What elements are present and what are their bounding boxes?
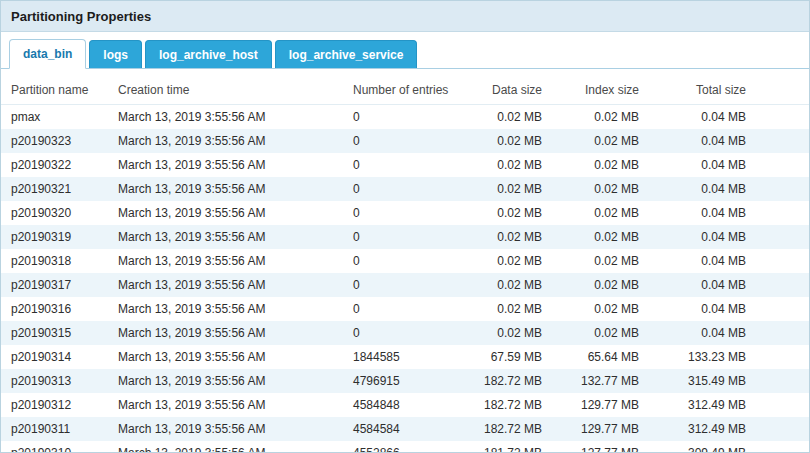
cell: 0.02 MB <box>457 249 542 273</box>
cell: 0 <box>345 321 457 345</box>
cell: 0 <box>345 105 457 130</box>
table-row[interactable]: p20190313March 13, 2019 3:55:56 AM479691… <box>1 369 809 393</box>
cell-spacer <box>746 321 809 345</box>
cell-spacer <box>746 177 809 201</box>
cell: 1844585 <box>345 345 457 369</box>
cell: 0 <box>345 297 457 321</box>
cell: 0.04 MB <box>639 153 746 177</box>
column-header-3[interactable]: Data size <box>457 75 542 105</box>
cell: 0.04 MB <box>639 225 746 249</box>
cell: 182.72 MB <box>457 369 542 393</box>
cell: 312.49 MB <box>639 417 746 441</box>
cell: 0.04 MB <box>639 129 746 153</box>
table-row[interactable]: p20190317March 13, 2019 3:55:56 AM00.02 … <box>1 273 809 297</box>
cell: 0 <box>345 129 457 153</box>
cell-spacer <box>746 201 809 225</box>
cell: 0.02 MB <box>542 273 639 297</box>
cell: 127.77 MB <box>542 441 639 453</box>
cell: p20190319 <box>1 225 118 249</box>
cell: 0.02 MB <box>542 297 639 321</box>
cell: 315.49 MB <box>639 369 746 393</box>
table-row[interactable]: p20190311March 13, 2019 3:55:56 AM458458… <box>1 417 809 441</box>
cell: 0.04 MB <box>639 201 746 225</box>
cell: 0.02 MB <box>457 153 542 177</box>
cell: 0.04 MB <box>639 177 746 201</box>
cell: 0 <box>345 153 457 177</box>
cell-spacer <box>746 153 809 177</box>
cell: 0.02 MB <box>457 129 542 153</box>
cell-spacer <box>746 393 809 417</box>
cell-spacer <box>746 273 809 297</box>
tab-data_bin[interactable]: data_bin <box>9 39 86 69</box>
table-body: pmaxMarch 13, 2019 3:55:56 AM00.02 MB0.0… <box>1 105 809 453</box>
tab-log_archive_service[interactable]: log_archive_service <box>275 40 418 68</box>
column-header-2[interactable]: Number of entries <box>345 75 457 105</box>
cell-spacer <box>746 345 809 369</box>
table-row[interactable]: p20190312March 13, 2019 3:55:56 AM458484… <box>1 393 809 417</box>
cell: 0.04 MB <box>639 249 746 273</box>
column-header-5[interactable]: Total size <box>639 75 746 105</box>
column-header-4[interactable]: Index size <box>542 75 639 105</box>
cell: 0.02 MB <box>542 129 639 153</box>
cell: p20190317 <box>1 273 118 297</box>
cell: p20190323 <box>1 129 118 153</box>
table-row[interactable]: p20190322March 13, 2019 3:55:56 AM00.02 … <box>1 153 809 177</box>
cell: March 13, 2019 3:55:56 AM <box>118 441 345 453</box>
cell: 0 <box>345 177 457 201</box>
column-header-spacer <box>746 75 809 105</box>
cell: 65.64 MB <box>542 345 639 369</box>
cell: 0.02 MB <box>457 177 542 201</box>
cell: 0.02 MB <box>457 297 542 321</box>
cell: 132.77 MB <box>542 369 639 393</box>
cell: p20190311 <box>1 417 118 441</box>
table-row[interactable]: pmaxMarch 13, 2019 3:55:56 AM00.02 MB0.0… <box>1 105 809 130</box>
partitions-table: Partition nameCreation timeNumber of ent… <box>1 75 809 453</box>
table-row[interactable]: p20190319March 13, 2019 3:55:56 AM00.02 … <box>1 225 809 249</box>
cell-spacer <box>746 369 809 393</box>
column-header-0[interactable]: Partition name <box>1 75 118 105</box>
cell: 4584848 <box>345 393 457 417</box>
cell: p20190315 <box>1 321 118 345</box>
table-row[interactable]: p20190323March 13, 2019 3:55:56 AM00.02 … <box>1 129 809 153</box>
cell: March 13, 2019 3:55:56 AM <box>118 417 345 441</box>
cell: March 13, 2019 3:55:56 AM <box>118 105 345 130</box>
table-row[interactable]: p20190310March 13, 2019 3:55:56 AM455286… <box>1 441 809 453</box>
cell: 309.49 MB <box>639 441 746 453</box>
column-header-1[interactable]: Creation time <box>118 75 345 105</box>
table-row[interactable]: p20190320March 13, 2019 3:55:56 AM00.02 … <box>1 201 809 225</box>
cell: 0.02 MB <box>457 201 542 225</box>
table-row[interactable]: p20190315March 13, 2019 3:55:56 AM00.02 … <box>1 321 809 345</box>
cell: pmax <box>1 105 118 130</box>
tab-log_archive_host[interactable]: log_archive_host <box>145 40 272 68</box>
cell: March 13, 2019 3:55:56 AM <box>118 225 345 249</box>
table-row[interactable]: p20190316March 13, 2019 3:55:56 AM00.02 … <box>1 297 809 321</box>
cell: 0.02 MB <box>542 225 639 249</box>
table-row[interactable]: p20190318March 13, 2019 3:55:56 AM00.02 … <box>1 249 809 273</box>
cell: March 13, 2019 3:55:56 AM <box>118 297 345 321</box>
cell: 133.23 MB <box>639 345 746 369</box>
table-row[interactable]: p20190321March 13, 2019 3:55:56 AM00.02 … <box>1 177 809 201</box>
cell: p20190313 <box>1 369 118 393</box>
cell-spacer <box>746 105 809 130</box>
cell: 0.04 MB <box>639 273 746 297</box>
tab-logs[interactable]: logs <box>89 40 142 68</box>
cell: p20190321 <box>1 177 118 201</box>
cell: p20190310 <box>1 441 118 453</box>
panel-title-bar: Partitioning Properties <box>1 1 809 32</box>
table-header-row: Partition nameCreation timeNumber of ent… <box>1 75 809 105</box>
cell-spacer <box>746 441 809 453</box>
table-row[interactable]: p20190314March 13, 2019 3:55:56 AM184458… <box>1 345 809 369</box>
cell: March 13, 2019 3:55:56 AM <box>118 177 345 201</box>
cell: 182.72 MB <box>457 417 542 441</box>
cell: 0.04 MB <box>639 105 746 130</box>
cell-spacer <box>746 417 809 441</box>
cell: 0.02 MB <box>457 225 542 249</box>
cell: 0.02 MB <box>542 201 639 225</box>
cell: March 13, 2019 3:55:56 AM <box>118 345 345 369</box>
cell: 0.04 MB <box>639 321 746 345</box>
cell: March 13, 2019 3:55:56 AM <box>118 201 345 225</box>
cell: 0.02 MB <box>542 249 639 273</box>
partitioning-properties-panel: Partitioning Properties data_binlogslog_… <box>0 0 810 453</box>
cell: 0.02 MB <box>542 105 639 130</box>
cell: 0.02 MB <box>542 177 639 201</box>
